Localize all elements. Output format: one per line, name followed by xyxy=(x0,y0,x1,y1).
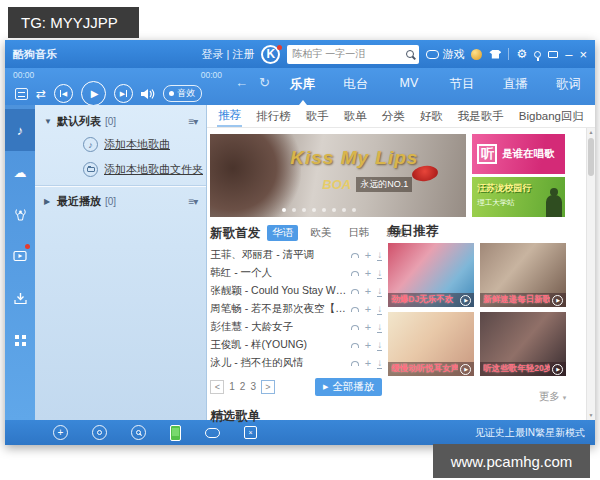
mini-mode-icon[interactable] xyxy=(548,51,558,58)
scroll-up-arrow[interactable]: ▲ xyxy=(587,128,595,137)
previous-button[interactable]: ◀ xyxy=(54,84,73,103)
fanxing-promo-link[interactable]: 见证史上最IN繁星新模式 xyxy=(475,426,587,440)
repeat-mode-icon[interactable]: ⇄ xyxy=(36,88,46,100)
card-play-icon[interactable]: ▶ xyxy=(460,364,471,375)
minimize-button[interactable]: – xyxy=(565,48,572,61)
settings-gear-icon[interactable]: ⚙ xyxy=(516,48,527,60)
add-local-folder-link[interactable]: 添加本地歌曲文件夹 xyxy=(104,162,203,177)
side-banner-campus[interactable]: 汪苏泷校园行 理工大学站 xyxy=(472,177,565,217)
subnav-categories[interactable]: 分类 xyxy=(381,106,406,126)
search-input[interactable]: 陈柏宇 一字一泪 xyxy=(287,45,419,64)
listen-icon[interactable] xyxy=(351,271,359,276)
daily-card[interactable]: 劲爆DJ无乐不欢 ▶ xyxy=(388,243,474,307)
listen-icon[interactable] xyxy=(351,361,359,366)
subnav-rank[interactable]: 排行榜 xyxy=(255,106,292,126)
page-2[interactable]: 2 xyxy=(240,381,246,392)
nav-tab-radio[interactable]: 电台 xyxy=(329,76,382,105)
listen-icon[interactable] xyxy=(351,307,359,312)
search-icon[interactable] xyxy=(406,50,414,58)
subnav-recommend[interactable]: 推荐 xyxy=(217,105,242,127)
nav-tab-lyrics[interactable]: 歌词 xyxy=(542,76,595,105)
tab-jk[interactable]: 日韩 xyxy=(343,225,374,241)
next-button[interactable]: ▶ xyxy=(114,84,133,103)
rail-item-radio[interactable] xyxy=(5,193,35,235)
back-icon[interactable]: ← xyxy=(230,76,253,89)
scroll-thumb[interactable] xyxy=(588,138,594,176)
scroll-down-arrow[interactable]: ▼ xyxy=(587,411,595,420)
download-icon[interactable]: ↓ xyxy=(377,304,382,315)
daily-card[interactable]: 缓慢动听悦耳女声 ▶ xyxy=(388,312,474,376)
volume-icon[interactable] xyxy=(141,88,155,100)
page-1[interactable]: 1 xyxy=(229,381,235,392)
card-play-icon[interactable]: ▶ xyxy=(460,295,471,306)
kugou-logo[interactable]: K xyxy=(261,45,280,64)
add-icon[interactable]: + xyxy=(365,304,371,315)
nav-tab-mv[interactable]: MV xyxy=(382,76,435,102)
song-row[interactable]: 韩红 - 一个人 +↓ xyxy=(210,264,382,282)
tab-chinese[interactable]: 华语 xyxy=(267,225,298,241)
download-icon[interactable]: ↓ xyxy=(377,358,382,369)
song-row[interactable]: 彭佳慧 - 大龄女子 +↓ xyxy=(210,318,382,336)
daily-card[interactable]: 听这些歌年轻20岁 ▶ xyxy=(480,312,566,376)
close-button[interactable]: × xyxy=(579,48,587,61)
page-prev-button[interactable]: < xyxy=(210,380,224,394)
download-icon[interactable]: ↓ xyxy=(377,268,382,279)
content-scrollbar[interactable]: ▲ ▼ xyxy=(586,128,595,420)
rail-item-download[interactable] xyxy=(5,277,35,319)
refresh-icon[interactable]: ↻ xyxy=(253,76,276,89)
download-icon[interactable]: ↓ xyxy=(377,340,382,351)
song-row[interactable]: 周笔畅 - 若不是那次夜空【重生爱人… +↓ xyxy=(210,300,382,318)
play-button[interactable]: ▶ xyxy=(81,81,106,106)
download-icon[interactable]: ↓ xyxy=(377,322,382,333)
nav-tab-shows[interactable]: 节目 xyxy=(436,76,489,105)
titlebar[interactable]: 酷狗音乐 登录 | 注册 K 陈柏宇 一字一泪 游戏 ⚙ – × xyxy=(5,40,595,68)
default-list-row[interactable]: ▼ 默认列表 [0] ≡▾ xyxy=(35,110,206,132)
tab-western[interactable]: 欧美 xyxy=(305,225,336,241)
listen-icon[interactable] xyxy=(351,343,359,348)
playlist-icon[interactable] xyxy=(15,88,28,100)
add-local-song-link[interactable]: 添加本地歌曲 xyxy=(104,137,170,152)
add-local-song-row[interactable]: ♪ 添加本地歌曲 xyxy=(35,132,206,157)
song-row[interactable]: 张靓颖 - Could You Stay With Me 【… +↓ xyxy=(210,282,382,300)
add-music-button[interactable]: + xyxy=(53,425,68,440)
add-icon[interactable]: + xyxy=(365,322,371,333)
add-local-folder-row[interactable]: 添加本地歌曲文件夹 xyxy=(35,157,206,182)
card-play-icon[interactable]: ▶ xyxy=(552,295,563,306)
rail-item-cloud[interactable]: ☁ xyxy=(5,151,35,193)
song-row[interactable]: 王俊凯 - 样(YOUNG) +↓ xyxy=(210,336,382,354)
side-banner-listen[interactable]: 听 是谁在唱歌 xyxy=(472,134,565,174)
identify-song-button[interactable] xyxy=(131,425,146,440)
nav-tab-library[interactable]: 乐库 xyxy=(276,76,329,105)
add-icon[interactable]: + xyxy=(365,340,371,351)
music-circle-button[interactable] xyxy=(92,425,107,440)
card-play-icon[interactable]: ▶ xyxy=(552,364,563,375)
page-next-button[interactable]: > xyxy=(261,380,275,394)
listen-icon[interactable] xyxy=(351,289,359,294)
daily-card[interactable]: 新鲜速递每日新歌 ▶ xyxy=(480,243,566,307)
add-icon[interactable]: + xyxy=(365,250,371,261)
nav-tab-live[interactable]: 直播 xyxy=(489,76,542,105)
listen-icon[interactable] xyxy=(351,325,359,330)
song-row[interactable]: 泳儿 - 挡不住的风情 +↓ xyxy=(210,354,382,372)
vip-icon[interactable] xyxy=(471,49,482,60)
subnav-iamsinger[interactable]: 我是歌手 xyxy=(457,106,505,126)
subnav-bigbang[interactable]: Bigbang回归 xyxy=(518,106,585,126)
subnav-singers[interactable]: 歌手 xyxy=(305,106,330,126)
recent-menu-icon[interactable]: ≡▾ xyxy=(188,196,197,207)
sound-effect-button[interactable]: 音效 xyxy=(163,85,202,102)
page-3[interactable]: 3 xyxy=(250,381,256,392)
play-all-button[interactable]: ▶ 全部播放 xyxy=(315,378,382,396)
listen-icon[interactable] xyxy=(351,253,359,258)
recent-played-row[interactable]: ▶ 最近播放 [0] ≡▾ xyxy=(35,190,206,212)
phone-transfer-button[interactable] xyxy=(170,425,181,441)
bottom-gamepad-icon[interactable] xyxy=(205,428,220,438)
login-register-link[interactable]: 登录 | 注册 xyxy=(201,47,254,62)
download-icon[interactable]: ↓ xyxy=(377,250,382,261)
skin-icon[interactable] xyxy=(489,50,501,59)
subnav-playlists[interactable]: 歌单 xyxy=(343,106,368,126)
add-icon[interactable]: + xyxy=(365,358,371,369)
song-row[interactable]: 王菲、邓丽君 - 清平调 +↓ xyxy=(210,246,382,264)
add-icon[interactable]: + xyxy=(365,286,371,297)
game-center-button[interactable]: 游戏 xyxy=(426,47,464,62)
download-icon[interactable]: ↓ xyxy=(377,286,382,297)
